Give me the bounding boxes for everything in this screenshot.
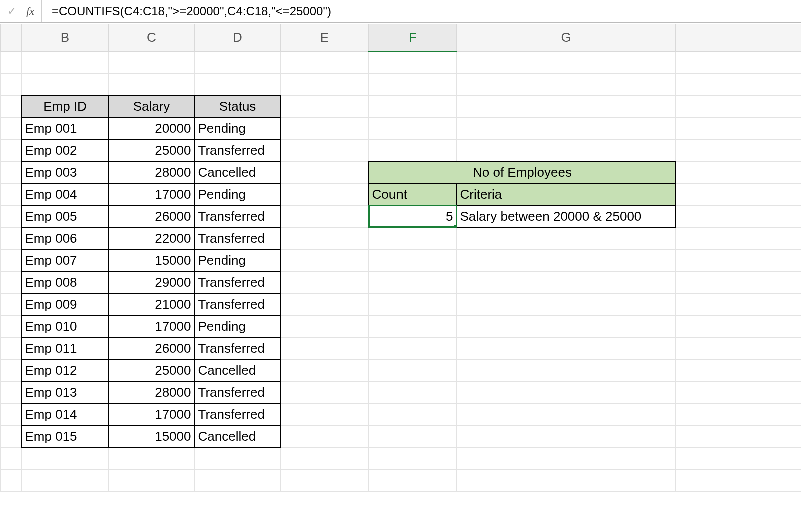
cell[interactable]: [457, 51, 676, 73]
emp-salary-cell[interactable]: 15000: [109, 249, 195, 271]
emp-salary-cell[interactable]: 26000: [109, 205, 195, 227]
cell[interactable]: [369, 139, 457, 161]
col-header-G[interactable]: G: [457, 24, 676, 51]
cell[interactable]: [22, 51, 109, 73]
cell[interactable]: [676, 183, 802, 205]
cell[interactable]: [369, 117, 457, 139]
emp-salary-cell[interactable]: 26000: [109, 337, 195, 359]
emp-id-cell[interactable]: Emp 013: [22, 381, 109, 403]
cell[interactable]: [457, 381, 676, 403]
cell[interactable]: [457, 117, 676, 139]
cell[interactable]: [281, 381, 369, 403]
cell[interactable]: [195, 469, 281, 491]
cell[interactable]: [369, 337, 457, 359]
emp-id-cell[interactable]: Emp 003: [22, 161, 109, 183]
emp-salary-cell[interactable]: 17000: [109, 183, 195, 205]
emp-status-cell[interactable]: Transferred: [195, 337, 281, 359]
cell[interactable]: [369, 271, 457, 293]
cell[interactable]: [676, 161, 802, 183]
confirm-check-icon[interactable]: ✓: [4, 5, 19, 18]
cell[interactable]: [457, 227, 676, 249]
cell[interactable]: [676, 117, 802, 139]
cell[interactable]: [676, 293, 802, 315]
emp-id-cell[interactable]: Emp 004: [22, 183, 109, 205]
cell[interactable]: [676, 249, 802, 271]
emp-salary-cell[interactable]: 28000: [109, 161, 195, 183]
cell[interactable]: [281, 139, 369, 161]
cell[interactable]: [369, 381, 457, 403]
cell[interactable]: [109, 51, 195, 73]
emp-header[interactable]: Salary: [109, 95, 195, 117]
col-header-D[interactable]: D: [195, 24, 281, 51]
cell[interactable]: [281, 51, 369, 73]
cell[interactable]: [457, 271, 676, 293]
emp-id-cell[interactable]: Emp 008: [22, 271, 109, 293]
emp-id-cell[interactable]: Emp 001: [22, 117, 109, 139]
emp-status-cell[interactable]: Cancelled: [195, 425, 281, 447]
cell[interactable]: [676, 95, 802, 117]
cell[interactable]: [676, 271, 802, 293]
emp-id-cell[interactable]: Emp 006: [22, 227, 109, 249]
cell[interactable]: [457, 359, 676, 381]
cell[interactable]: [22, 447, 109, 469]
cell[interactable]: [457, 469, 676, 491]
cell[interactable]: [281, 293, 369, 315]
emp-id-cell[interactable]: Emp 005: [22, 205, 109, 227]
cell[interactable]: [369, 469, 457, 491]
cell[interactable]: [369, 51, 457, 73]
cell[interactable]: [281, 73, 369, 95]
cell[interactable]: [281, 337, 369, 359]
cell[interactable]: [676, 381, 802, 403]
cell[interactable]: [109, 447, 195, 469]
col-header-B[interactable]: B: [22, 24, 109, 51]
cell[interactable]: [676, 139, 802, 161]
emp-salary-cell[interactable]: 29000: [109, 271, 195, 293]
cell[interactable]: [281, 447, 369, 469]
cell[interactable]: [22, 73, 109, 95]
cell[interactable]: [676, 73, 802, 95]
emp-status-cell[interactable]: Pending: [195, 249, 281, 271]
cell[interactable]: [369, 249, 457, 271]
cell[interactable]: [281, 183, 369, 205]
cell[interactable]: [281, 161, 369, 183]
summary-criteria-label[interactable]: Criteria: [457, 183, 676, 205]
cell[interactable]: [457, 403, 676, 425]
emp-salary-cell[interactable]: 17000: [109, 403, 195, 425]
cell[interactable]: [457, 337, 676, 359]
cell[interactable]: [676, 315, 802, 337]
spreadsheet-grid[interactable]: B C D E F G Emp IDSalaryStatusEmp 001200…: [0, 24, 801, 492]
fx-label[interactable]: fx: [26, 0, 42, 22]
cell[interactable]: [676, 447, 802, 469]
cell[interactable]: [22, 469, 109, 491]
cell[interactable]: [369, 447, 457, 469]
col-header-F[interactable]: F: [369, 24, 457, 51]
emp-status-cell[interactable]: Pending: [195, 183, 281, 205]
emp-status-cell[interactable]: Transferred: [195, 403, 281, 425]
cell[interactable]: [195, 73, 281, 95]
emp-status-cell[interactable]: Transferred: [195, 227, 281, 249]
cell[interactable]: [369, 315, 457, 337]
emp-status-cell[interactable]: Pending: [195, 315, 281, 337]
cell[interactable]: [676, 425, 802, 447]
cell[interactable]: [281, 205, 369, 227]
cell[interactable]: [281, 227, 369, 249]
emp-header[interactable]: Emp ID: [22, 95, 109, 117]
cell[interactable]: [281, 403, 369, 425]
cell[interactable]: [109, 469, 195, 491]
emp-status-cell[interactable]: Transferred: [195, 139, 281, 161]
summary-title[interactable]: No of Employees: [369, 161, 676, 183]
emp-id-cell[interactable]: Emp 009: [22, 293, 109, 315]
cell[interactable]: [457, 425, 676, 447]
cell[interactable]: [369, 425, 457, 447]
emp-id-cell[interactable]: Emp 012: [22, 359, 109, 381]
emp-status-cell[interactable]: Transferred: [195, 293, 281, 315]
cell[interactable]: [457, 249, 676, 271]
emp-salary-cell[interactable]: 28000: [109, 381, 195, 403]
cell[interactable]: [369, 73, 457, 95]
cell[interactable]: [676, 337, 802, 359]
cell[interactable]: [281, 249, 369, 271]
emp-salary-cell[interactable]: 20000: [109, 117, 195, 139]
emp-status-cell[interactable]: Pending: [195, 117, 281, 139]
select-all-corner[interactable]: [1, 24, 22, 51]
cell[interactable]: [369, 227, 457, 249]
